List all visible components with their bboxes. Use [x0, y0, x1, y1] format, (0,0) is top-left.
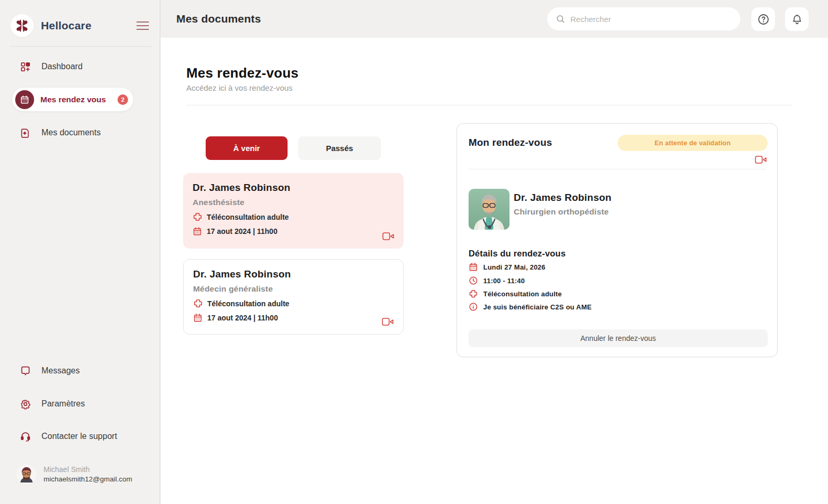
appointment-type: Téléconsultation adulte [207, 299, 289, 308]
user-profile[interactable]: Michael Smith michaelsmith12@gmail.com [16, 464, 151, 485]
header-title: Mes documents [176, 13, 261, 25]
video-call-icon[interactable] [382, 231, 395, 241]
appointment-specialty: Médecin généraliste [193, 284, 394, 294]
dashboard-grid-icon [20, 61, 31, 72]
detail-beneficiary: Je suis bénéficiaire C2S ou AME [483, 303, 592, 311]
detail-row-date: Lundi 27 Mai, 2026 [469, 262, 545, 272]
appointment-type: Téléconsultation adulte [207, 213, 289, 221]
doctor-specialty: Chirurgien orthopédiste [514, 207, 609, 217]
detail-type: Téléconsultation adulte [483, 290, 562, 298]
sidebar-item-rendez-vous[interactable]: Mes rendez vous 2 [12, 87, 134, 112]
sidebar-item-label: Mes documents [41, 128, 101, 137]
detail-row-type: Téléconsultation adulte [469, 289, 562, 298]
search-icon [556, 14, 565, 24]
appointment-date-row: 17 aout 2024 | 11h00 [193, 227, 394, 236]
sidebar-item-documents[interactable]: Mes documents [12, 120, 145, 146]
page-title: Mes rendez-vous [186, 65, 299, 81]
help-button[interactable] [751, 7, 775, 31]
user-name: Michael Smith [44, 465, 132, 475]
appointment-detail-panel: Mon rendez-vous En attente de validation [457, 123, 778, 357]
appointment-card[interactable]: Dr. James Robinson Anesthésiste Télécons… [183, 173, 404, 249]
calendar-icon [193, 313, 203, 323]
brand-row: Hellocare [10, 14, 149, 38]
sidebar-item-label: Paramètres [41, 399, 85, 409]
details-title: Détails du rendez-vous [469, 249, 566, 259]
menu-toggle-icon[interactable] [136, 22, 149, 30]
avatar [16, 464, 37, 485]
sidebar-item-support[interactable]: Contacter le support [12, 423, 145, 449]
sidebar-divider [10, 46, 151, 47]
appointment-specialty: Anesthésiste [193, 198, 394, 207]
sidebar-item-label: Dashboard [41, 62, 82, 71]
search-input[interactable] [570, 15, 732, 24]
video-call-icon[interactable] [755, 155, 767, 165]
medical-cross-icon [469, 289, 478, 298]
info-icon [469, 302, 478, 312]
tab-passes[interactable]: Passés [298, 136, 381, 160]
panel-divider [469, 169, 767, 169]
sidebar: Hellocare Dashboard Mes rendez vous 2 [0, 0, 161, 504]
user-meta: Michael Smith michaelsmith12@gmail.com [44, 465, 132, 484]
appointment-doctor-name: Dr. James Robinson [193, 269, 394, 280]
appointment-type-row: Téléconsultation adulte [193, 298, 394, 308]
video-call-icon[interactable] [381, 317, 394, 327]
detail-row-time: 11:00 - 11:40 [469, 276, 525, 285]
calendar-icon [193, 227, 203, 236]
panel-title: Mon rendez-vous [469, 137, 552, 148]
main-content: Mes rendez-vous Accédez ici à vos rendez… [161, 38, 828, 504]
appointment-datetime: 17 aout 2024 | 11h00 [207, 314, 278, 322]
doctor-photo [469, 189, 509, 230]
medical-cross-icon [193, 298, 203, 308]
brand-name: Hellocare [41, 19, 91, 32]
headset-icon [20, 431, 31, 442]
content-divider [186, 105, 792, 105]
tab-a-venir[interactable]: À venir [206, 136, 288, 160]
appointment-doctor-name: Dr. James Robinson [193, 182, 394, 194]
notifications-button[interactable] [785, 7, 809, 31]
detail-time: 11:00 - 11:40 [483, 277, 525, 285]
detail-date: Lundi 27 Mai, 2026 [483, 263, 545, 271]
appointments-count-badge: 2 [118, 94, 128, 105]
doctor-name: Dr. James Robinson [514, 192, 611, 203]
status-badge: En attente de validation [618, 135, 768, 151]
sidebar-item-settings[interactable]: Paramètres [12, 391, 145, 417]
search-bar[interactable] [547, 7, 740, 30]
medical-document-icon [20, 127, 31, 138]
clock-icon [469, 276, 478, 285]
sidebar-item-label: Contacter le support [41, 432, 117, 441]
appointments-tabs: À venir Passés [206, 136, 381, 160]
medical-cross-icon [193, 212, 203, 222]
calendar-icon [469, 262, 478, 272]
page-subtitle: Accédez ici à vos rendez-vous [186, 83, 293, 92]
appointment-date-row: 17 aout 2024 | 11h00 [193, 313, 394, 323]
appointment-datetime: 17 aout 2024 | 11h00 [207, 227, 278, 235]
sidebar-item-messages[interactable]: Messages [12, 358, 145, 384]
sidebar-item-label: Messages [41, 366, 80, 376]
top-header: Mes documents [161, 0, 828, 38]
sidebar-item-label: Mes rendez vous [40, 95, 106, 104]
cancel-appointment-button[interactable]: Annuler le rendez-vous [469, 329, 768, 347]
user-email: michaelsmith12@gmail.com [44, 475, 132, 484]
detail-row-beneficiary: Je suis bénéficiaire C2S ou AME [469, 302, 592, 312]
chat-bubble-icon [20, 366, 31, 377]
sidebar-item-dashboard[interactable]: Dashboard [12, 53, 145, 80]
hellocare-logo-icon [10, 14, 34, 37]
appointment-type-row: Téléconsultation adulte [193, 212, 394, 222]
gear-icon [20, 399, 31, 410]
calendar-icon [15, 90, 34, 109]
appointment-card[interactable]: Dr. James Robinson Médecin généraliste T… [183, 259, 404, 335]
